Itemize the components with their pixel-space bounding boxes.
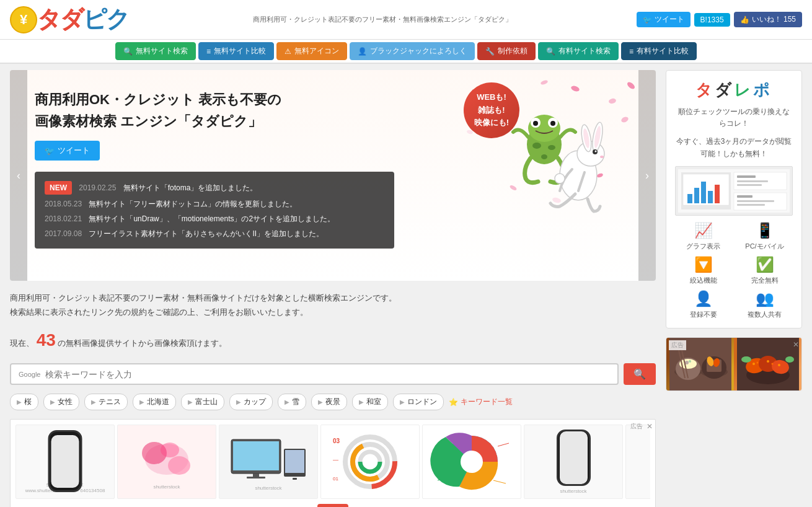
svg-point-27 [509, 184, 517, 191]
svg-rect-65 [737, 180, 768, 182]
svg-point-26 [555, 174, 565, 183]
person-icon: 👤 [358, 47, 367, 56]
svg-point-76 [689, 360, 691, 363]
svg-rect-61 [708, 191, 713, 203]
shutterstock-icon: S [317, 504, 348, 507]
keyword-london[interactable]: ▶ロンドン [393, 394, 444, 410]
logo-tada: タダ [37, 4, 83, 35]
main-container: ‹ › [0, 64, 812, 507]
hero-title: 商用利用OK・クレジット 表示も不要の 画像素材検索 エンジン「タダピク」 [35, 89, 357, 132]
keyword-snow[interactable]: ▶雪 [278, 394, 306, 410]
logo-yen-icon: ¥ [10, 6, 37, 33]
nav-paid-search[interactable]: 🔍 有料サイト検索 [538, 42, 619, 60]
hatena-button[interactable]: B!1335 [694, 13, 730, 27]
twitter-icon: 🐦 [643, 15, 652, 24]
list2-icon: ≡ [629, 47, 633, 56]
news-box: NEW 2019.02.25 無料サイト「fotoma」を追加しました。 201… [35, 172, 394, 249]
svg-rect-70 [737, 204, 765, 206]
like-button[interactable]: 👍 いいね！ 155 [734, 12, 802, 27]
hero-content: WEBも! 雑誌も! 映像にも! 商用利用OK・クレジット 表示も不要の 画像素… [10, 70, 656, 281]
svg-point-15 [548, 145, 555, 150]
nav-paid-compare[interactable]: ≡ 有料サイト比較 [621, 42, 697, 60]
svg-line-52 [498, 443, 509, 446]
header-title: 商用利用可・クレジット表記不要のフリー素材・無料画像検索エンジン「タダピク」 [253, 15, 512, 24]
tweet-button[interactable]: 🐦 ツイート [637, 12, 691, 27]
keyword-more-link[interactable]: ⭐ キーワード一覧 [449, 397, 513, 407]
svg-point-28 [596, 172, 603, 178]
header-actions: 🐦 ツイート B!1335 👍 いいね！ 155 [637, 12, 802, 27]
svg-point-95 [785, 356, 794, 363]
ad-close-button[interactable]: ✕ [647, 422, 653, 431]
header: ¥ タダピク 商用利用可・クレジット表記不要のフリー素材・無料画像検索エンジン「… [0, 0, 812, 40]
svg-point-32 [168, 456, 190, 475]
sidebar-ad-close-button[interactable]: ✕ [793, 340, 799, 349]
news-item-2: 2018.05.23 無料サイト「フリー素材ドットコム」の情報を更新しました。 [45, 196, 384, 211]
svg-point-16 [541, 154, 547, 159]
carousel-prev-button[interactable]: ‹ [10, 70, 27, 281]
svg-text:03: 03 [333, 438, 340, 444]
search-bar: Google 🔍 [10, 363, 656, 385]
nav-blackjack[interactable]: 👤 ブラックジャックによろしく [350, 42, 475, 60]
check-icon: ✅ [756, 256, 774, 273]
nav-order[interactable]: 🔧 制作依頼 [477, 42, 536, 60]
mobile-icon: 📱 [756, 222, 774, 239]
search-button[interactable]: 🔍 [624, 363, 656, 385]
news-item-3: 2018.02.21 無料サイト「unDraw」、「motionelements… [45, 211, 384, 226]
ad-label: 広告 [630, 422, 643, 431]
svg-rect-40 [293, 478, 297, 480]
nav-free-icon[interactable]: ⚠ 無料アイコン [276, 42, 347, 60]
ad-image-5 [422, 425, 521, 499]
svg-rect-58 [687, 194, 692, 203]
keyword-washitsu[interactable]: ▶和室 [352, 394, 388, 410]
svg-point-5 [540, 79, 548, 86]
svg-rect-69 [737, 200, 774, 202]
carousel-next-button[interactable]: › [638, 70, 656, 281]
search-input-wrap[interactable]: Google [10, 363, 619, 385]
news-item-4: 2017.09.08 フリーイラスト素材サイト「ありさちゃんがいくII」を追加し… [45, 226, 384, 241]
tadalebo-logo: タダレポ [695, 81, 772, 99]
food-image-2 [734, 338, 801, 390]
google-logo: Google [19, 371, 40, 378]
ad-images: shutterstock www.shutterstock.com × 6401… [15, 425, 650, 499]
feature-free: ✅ 完全無料 [736, 256, 793, 285]
tadalebo-screenshot [675, 166, 793, 216]
ad-image-1: shutterstock www.shutterstock.com × 6401… [15, 425, 115, 499]
hero-banner: ‹ › [10, 70, 656, 281]
svg-text:01: 01 [333, 476, 338, 482]
ad-area: 広告 ✕ shutterstock www.shutterstock.com ×… [10, 419, 656, 507]
hero-tweet-button[interactable]: 🐦 ツイート [35, 141, 100, 161]
content-area: ‹ › [10, 70, 656, 507]
svg-rect-60 [701, 182, 706, 203]
warning-icon: ⚠ [285, 47, 291, 56]
sidebar-tadalebo-card: タダレポ 順位チェックツールの乗り換えならコレ！ 今すぐ、過去3ヶ月のデータが閲… [666, 70, 802, 328]
shutterstock-logo: S [15, 499, 650, 507]
tool-icon: 🔧 [485, 47, 495, 56]
site-logo[interactable]: ¥ タダピク [10, 4, 129, 35]
feature-filter: 🔽 絞込機能 [675, 256, 731, 285]
ad-image-7: shutterstock [625, 425, 650, 499]
list-icon: ≡ [206, 47, 211, 56]
svg-rect-59 [694, 188, 699, 203]
search-icon: 🔍 [123, 47, 133, 56]
tadalebo-desc2: 今すぐ、過去3ヶ月のデータが閲覧可能！しかも無料！ [675, 136, 793, 159]
keyword-cup[interactable]: ▶カップ [229, 394, 273, 410]
logo-pik: ピク [83, 4, 129, 35]
keyword-tennis[interactable]: ▶テニス [84, 394, 128, 410]
navbar: 🔍 無料サイト検索 ≡ 無料サイト比較 ⚠ 無料アイコン 👤 ブラックジャックに… [0, 40, 812, 64]
keyword-sakura[interactable]: ▶桜 [10, 394, 38, 410]
hero-badge: WEBも! 雑誌も! 映像にも! [464, 82, 519, 138]
svg-point-2 [608, 98, 617, 105]
keyword-hokkaido[interactable]: ▶北海道 [133, 394, 176, 410]
sidebar-ad: 広告 ✕ [666, 337, 802, 391]
svg-rect-37 [247, 477, 265, 478]
svg-point-91 [767, 360, 769, 363]
nav-free-search[interactable]: 🔍 無料サイト検索 [115, 42, 196, 60]
keyword-woman[interactable]: ▶女性 [43, 394, 79, 410]
svg-rect-68 [737, 195, 752, 198]
keyword-night[interactable]: ▶夜景 [311, 394, 347, 410]
search-input[interactable] [45, 369, 610, 379]
keyword-fuji[interactable]: ▶富士山 [181, 394, 224, 410]
svg-point-12 [533, 121, 538, 126]
graph-icon: 📈 [694, 222, 713, 239]
nav-free-compare[interactable]: ≡ 無料サイト比較 [198, 42, 274, 60]
